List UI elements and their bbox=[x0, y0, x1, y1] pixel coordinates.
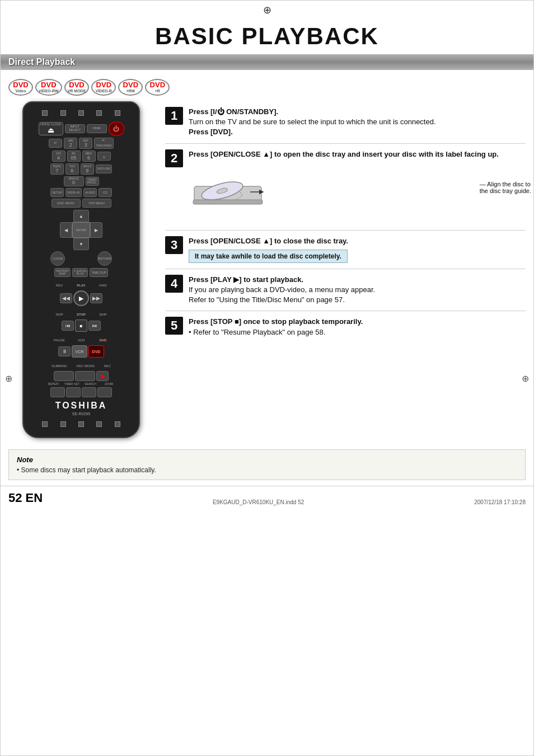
vcr-mode-button[interactable]: VCR bbox=[72, 345, 87, 358]
dpad: ▲ ◀ ENTER ▶ ▼ bbox=[28, 210, 134, 266]
step-4-bold: Press [PLAY ▶] to start playback. bbox=[189, 275, 303, 284]
remote-pause-row-labels: PAUSE VCR DVD bbox=[28, 334, 134, 344]
pause-button[interactable]: ⏸ bbox=[58, 346, 71, 356]
remote-bottom-lights bbox=[28, 419, 134, 429]
step-1-detail: Turn on the TV and be sure to select the… bbox=[189, 117, 526, 127]
remote-stop-row-labels: SKIP STOP SKIP bbox=[28, 308, 134, 318]
tracking-up-button[interactable]: ⌃ TRACKING bbox=[94, 138, 113, 149]
step-1-extra: Press [DVD]. bbox=[189, 128, 233, 136]
num-mno-button[interactable]: MNO 6 bbox=[82, 151, 96, 162]
rec-mode-button[interactable] bbox=[75, 371, 95, 381]
audio-button[interactable]: AUDIO bbox=[83, 188, 97, 197]
num-ghi-button[interactable]: GHI 4 bbox=[52, 151, 65, 162]
dvd-format-video-r: DVDVIDEO-R bbox=[91, 79, 116, 96]
reg-mark-right: ⊕ bbox=[522, 373, 529, 383]
remote-menu-row: DISC MENU TOP MENU bbox=[28, 199, 134, 208]
remote-rew-play-fwd-labels: REV PLAY FWD bbox=[28, 279, 134, 289]
space-button[interactable]: SPACE 0 bbox=[64, 176, 84, 187]
remote-row-top: OPEN/ CLOSE ⏏ INPUTSELECT HDMI ⏻ bbox=[28, 121, 134, 136]
return-button[interactable]: RETURN bbox=[97, 251, 112, 266]
time-slip-button[interactable]: TIME SLIP bbox=[90, 268, 108, 277]
num-abc-button[interactable]: ABC 2 bbox=[64, 138, 77, 149]
step-4-number: 4 bbox=[165, 275, 183, 293]
led-2 bbox=[60, 110, 66, 116]
display-button[interactable]: DISPLAY bbox=[65, 188, 82, 197]
power-button[interactable]: ⏻ bbox=[109, 121, 124, 136]
remote-number-row4: SPACE 0 TIMERPROG. bbox=[28, 176, 134, 187]
main-content: OPEN/ CLOSE ⏏ INPUTSELECT HDMI ⏻ bbox=[1, 101, 533, 439]
search-button[interactable] bbox=[82, 387, 96, 397]
disc-menu-button[interactable]: DISC MENU bbox=[51, 199, 81, 208]
timer-prog-button[interactable]: TIMERPROG. bbox=[86, 177, 99, 186]
led-b4 bbox=[96, 421, 102, 427]
transport-controls: ◀◀ ▶ ▶▶ bbox=[28, 290, 134, 306]
setup-button[interactable]: SETUP bbox=[50, 188, 64, 197]
disc-align-label: — Align the disc tothe disc tray guide. bbox=[480, 181, 531, 194]
toshiba-logo: TOSHIBA bbox=[28, 401, 134, 411]
pause-vcr-dvd-controls: ⏸ VCR DVD bbox=[28, 345, 134, 358]
steps-panel: 1 Press [I/⏻ ON/STANDBY]. Turn on the TV… bbox=[165, 101, 526, 439]
tracking-down-button[interactable]: ⌄ bbox=[97, 152, 111, 161]
dpad-up-button[interactable]: ▲ bbox=[73, 210, 89, 222]
remote-number-row3: PQRS 7 TUV 8 WXYZ 9 SAT.LINK bbox=[28, 163, 134, 175]
num-def-button[interactable]: DEF 3 bbox=[79, 138, 92, 149]
remote-setup-row: SETUP DISPLAY AUDIO CD bbox=[28, 188, 134, 197]
repeat-zoom-controls bbox=[28, 387, 134, 397]
step-1-content: Press [I/⏻ ON/STANDBY]. Turn on the TV a… bbox=[189, 107, 526, 138]
clear-button[interactable]: CLEAR bbox=[50, 251, 65, 266]
remote-number-row1: #/: ABC 2 DEF 3 ⌃ TRACKING bbox=[28, 138, 134, 149]
led-3 bbox=[78, 110, 84, 116]
zoom-button[interactable] bbox=[97, 387, 112, 397]
rewind-button[interactable]: ◀◀ bbox=[60, 293, 72, 303]
step-4-ref: Refer to "Using the Title/Disc Menu" on … bbox=[189, 295, 526, 305]
input-select-button[interactable]: INPUTSELECT bbox=[65, 124, 85, 133]
remote-container: OPEN/ CLOSE ⏏ INPUTSELECT HDMI ⏻ bbox=[8, 101, 154, 439]
dpad-left-button[interactable]: ◀ bbox=[60, 222, 72, 238]
led-4 bbox=[96, 110, 102, 116]
dvd-mode-button[interactable]: DVD bbox=[88, 345, 104, 358]
stop-button[interactable]: ■ bbox=[75, 320, 87, 332]
num-hash-button[interactable]: #/: bbox=[49, 139, 62, 148]
open-close-button[interactable]: OPEN/ CLOSE ⏏ bbox=[39, 122, 63, 136]
satlink-button[interactable]: SAT.LINK bbox=[96, 165, 112, 173]
dpad-enter-button[interactable]: ENTER bbox=[72, 222, 90, 238]
timer-set-button[interactable] bbox=[66, 387, 81, 397]
dpad-right-button[interactable]: ▶ bbox=[90, 222, 102, 238]
num-tuv-button[interactable]: TUV 8 bbox=[65, 163, 79, 175]
num-jkl-button[interactable]: JKL 05 bbox=[67, 151, 81, 162]
footer-file: E9KGAUD_D-VR610KU_EN.indd 52 bbox=[213, 499, 304, 505]
rec-button[interactable]: ⏺ bbox=[96, 371, 109, 381]
step-2: 2 Press [OPEN/CLOSE ▲] to open the disc … bbox=[165, 144, 526, 231]
skip-back-button[interactable]: ⏮ bbox=[62, 321, 74, 331]
step-3: 3 Press [OPEN/CLOSE ▲] to close the disc… bbox=[165, 231, 526, 269]
num-wxyz-button[interactable]: WXYZ 9 bbox=[81, 163, 94, 175]
play-button[interactable]: ▶ bbox=[73, 290, 89, 306]
step-1-bold: Press [I/⏻ ON/STANDBY]. bbox=[189, 107, 278, 116]
footer-date: 2007/12/18 17:10:28 bbox=[474, 499, 526, 505]
disc-tray-svg bbox=[189, 164, 278, 214]
play-slow-button[interactable]: 1.3x/0.8xPLAY bbox=[72, 268, 88, 277]
step-2-bold: Press [OPEN/CLOSE ▲] to open the disc tr… bbox=[189, 150, 499, 158]
dvd-format-icons: DVDVideo DVDVIDEO-RW DVDVR MODE DVDVIDEO… bbox=[1, 76, 533, 101]
hdmi-button[interactable]: HDMI bbox=[87, 124, 107, 133]
led-b5 bbox=[115, 421, 120, 427]
dvd-format-plus-r: DVD+R bbox=[145, 79, 170, 96]
dpad-down-button[interactable]: ▼ bbox=[73, 238, 89, 250]
led-b2 bbox=[60, 421, 66, 427]
cd-button[interactable]: CD bbox=[99, 188, 112, 197]
dvd-format-video: DVDVideo bbox=[8, 79, 33, 96]
page-lang: EN bbox=[25, 491, 43, 505]
dubbing-button[interactable] bbox=[54, 371, 74, 381]
skip-forward-button[interactable]: ⏭ bbox=[88, 321, 101, 331]
repeat-button[interactable] bbox=[50, 387, 65, 397]
num-pqrs-button[interactable]: PQRS 7 bbox=[50, 163, 64, 175]
fast-forward-button[interactable]: ▶▶ bbox=[90, 293, 102, 303]
skip-stop-controls: ⏮ ■ ⏭ bbox=[28, 320, 134, 332]
instant-skip-button[interactable]: INSTANTSKIP bbox=[54, 268, 71, 277]
section-title: Direct Playback bbox=[8, 57, 75, 67]
led-b3 bbox=[78, 421, 84, 427]
step-4: 4 Press [PLAY ▶] to start playback. If y… bbox=[165, 269, 526, 312]
remote-top-lights bbox=[28, 108, 134, 118]
step-2-number: 2 bbox=[165, 149, 183, 167]
top-menu-button[interactable]: TOP MENU bbox=[82, 199, 111, 208]
